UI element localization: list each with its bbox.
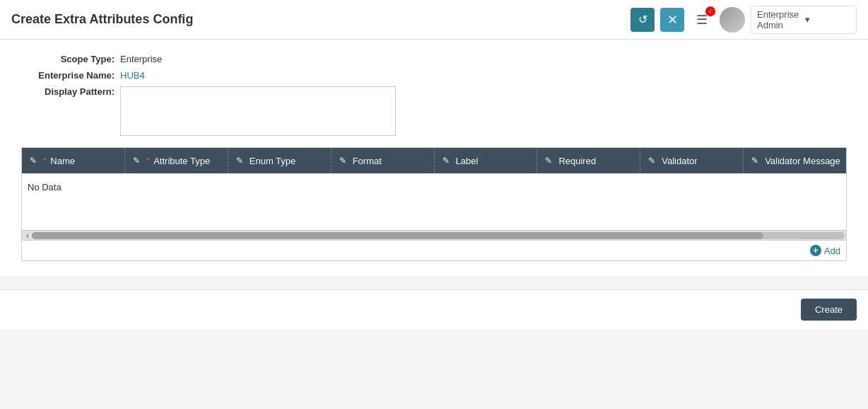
- edit-icon: ✎: [749, 155, 761, 166]
- scrollbar-thumb: [32, 232, 763, 239]
- scope-type-row: Scope Type: Enterprise: [21, 54, 847, 64]
- edit-icon: ✎: [131, 155, 142, 166]
- display-pattern-input[interactable]: [120, 86, 396, 136]
- enterprise-name-value[interactable]: HUB4: [120, 70, 145, 81]
- col-label-enum_type: Enum Type: [250, 156, 296, 166]
- col-header-enum_type: ✎Enum Type: [228, 148, 332, 173]
- no-data-message: No Data: [22, 173, 846, 230]
- col-header-validator: ✎Validator: [640, 148, 744, 173]
- col-label-validator_message: Validator Message: [765, 156, 840, 166]
- notification-badge: !: [705, 6, 715, 16]
- edit-icon: ✎: [337, 155, 348, 166]
- required-star: *: [43, 156, 46, 165]
- avatar: [720, 7, 745, 33]
- chevron-down-icon: ▾: [805, 14, 850, 25]
- col-header-required: ✎Required: [537, 148, 640, 173]
- display-pattern-label: Display Pattern:: [21, 86, 120, 97]
- add-button[interactable]: + Add: [810, 245, 840, 256]
- scrollbar-track[interactable]: [32, 232, 845, 239]
- col-label-attribute_type: Attribute Type: [153, 156, 210, 166]
- add-label: Add: [824, 246, 840, 256]
- create-button[interactable]: Create: [801, 299, 857, 321]
- scope-type-label: Scope Type:: [21, 54, 120, 64]
- menu-button[interactable]: ☰ !: [690, 8, 714, 32]
- scroll-left-icon[interactable]: ‹: [23, 231, 32, 241]
- edit-icon: ✎: [28, 155, 39, 166]
- header-actions: ↺ ✕ ☰ ! Enterprise Admin ▾: [631, 6, 857, 34]
- refresh-icon: ↺: [638, 13, 647, 26]
- table-header: ✎*Name✎*Attribute Type✎Enum Type✎Format✎…: [22, 148, 846, 173]
- refresh-button[interactable]: ↺: [631, 8, 655, 32]
- col-label-label: Label: [456, 156, 479, 166]
- close-icon: ✕: [667, 12, 678, 28]
- enterprise-name-row: Enterprise Name: HUB4: [21, 70, 847, 81]
- add-row: + Add: [22, 240, 846, 260]
- enterprise-name-label: Enterprise Name:: [21, 70, 120, 81]
- horizontal-scrollbar[interactable]: ‹: [22, 230, 846, 240]
- col-header-attribute_type: ✎*Attribute Type: [125, 148, 228, 173]
- edit-icon: ✎: [543, 155, 554, 166]
- close-button[interactable]: ✕: [660, 8, 684, 32]
- page-footer: Create: [0, 289, 868, 329]
- add-icon: +: [810, 245, 821, 256]
- attributes-table: ✎*Name✎*Attribute Type✎Enum Type✎Format✎…: [21, 147, 847, 261]
- main-content: Scope Type: Enterprise Enterprise Name: …: [0, 40, 868, 275]
- col-header-format: ✎Format: [332, 148, 435, 173]
- scope-type-value: Enterprise: [120, 54, 162, 64]
- col-header-name: ✎*Name: [22, 148, 125, 173]
- col-label-format: Format: [353, 156, 382, 166]
- page-header: Create Extra Attributes Config ↺ ✕ ☰ ! E…: [0, 0, 868, 40]
- col-header-label: ✎Label: [435, 148, 538, 173]
- required-star: *: [146, 156, 149, 165]
- col-label-name: Name: [50, 156, 75, 166]
- col-label-validator: Validator: [662, 156, 697, 166]
- edit-icon: ✎: [440, 155, 452, 166]
- col-header-validator_message: ✎Validator Message: [744, 148, 846, 173]
- col-label-required: Required: [558, 156, 596, 166]
- display-pattern-row: Display Pattern:: [21, 86, 847, 136]
- page-title: Create Extra Attributes Config: [11, 12, 631, 27]
- user-name: Enterprise Admin: [757, 9, 802, 30]
- edit-icon: ✎: [234, 155, 245, 166]
- user-dropdown[interactable]: Enterprise Admin ▾: [751, 6, 857, 34]
- edit-icon: ✎: [646, 155, 657, 166]
